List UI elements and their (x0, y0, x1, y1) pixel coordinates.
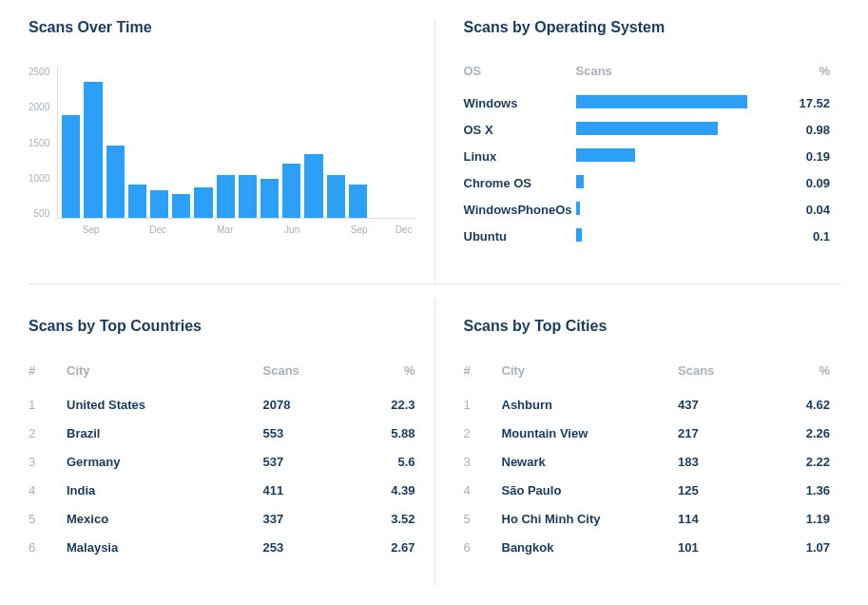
chart-bar (304, 154, 322, 218)
table-row: 2Brazil5535.88 (29, 419, 415, 447)
row-label: Malaysia (67, 540, 263, 555)
cities-table-header: # City Scans % (464, 356, 831, 384)
os-pct: 0.04 (773, 203, 830, 217)
os-name: OS X (464, 123, 576, 137)
os-name: WindowsPhoneOs (464, 203, 576, 217)
y-tick: 1000 (29, 173, 49, 184)
header-idx: # (29, 363, 67, 378)
os-name: Chrome OS (464, 176, 576, 190)
row-pct: 4.62 (763, 398, 830, 412)
os-row: WindowsPhoneOs0.04 (464, 196, 831, 223)
chart-bar (327, 175, 345, 218)
chart-bar (128, 185, 146, 218)
row-label: India (67, 483, 263, 498)
x-tick (303, 224, 326, 235)
os-bar (576, 202, 580, 215)
os-name: Linux (464, 149, 576, 164)
os-row: Linux0.19 (464, 143, 831, 169)
os-bar (576, 95, 748, 108)
os-bar-track (576, 148, 774, 164)
header-label: City (67, 363, 263, 378)
x-tick (102, 224, 125, 235)
row-label: United States (67, 398, 263, 412)
os-pct: 0.09 (773, 176, 830, 190)
os-bar-track (576, 122, 774, 137)
scans-over-time-title: Scans Over Time (29, 19, 415, 36)
x-tick (370, 224, 393, 235)
row-pct: 22.3 (349, 398, 415, 412)
row-scans: 183 (678, 455, 763, 469)
x-tick: Jun (280, 224, 303, 235)
table-row: 6Malaysia2532.67 (29, 533, 415, 561)
table-row: 5Mexico3373.52 (29, 504, 415, 533)
row-index: 4 (464, 483, 502, 498)
os-row: Windows17.52 (464, 89, 831, 116)
chart-bar (150, 190, 168, 218)
panel-scans-over-time: Scans Over Time 2500 2000 1500 1000 500 … (29, 19, 434, 283)
x-tick (191, 224, 214, 235)
header-idx: # (464, 363, 502, 378)
os-name: Ubuntu (464, 229, 576, 244)
row-index: 1 (464, 398, 502, 412)
row-scans: 553 (263, 426, 349, 440)
row-label: Newark (502, 455, 679, 469)
row-pct: 1.19 (763, 512, 830, 526)
row-label: Mexico (67, 512, 263, 526)
chart-x-axis: SepDecMarJunSepDec (57, 219, 415, 235)
x-tick (125, 224, 147, 235)
os-row: Ubuntu0.1 (464, 223, 831, 249)
os-bar-track (576, 95, 774, 110)
row-pct: 5.6 (349, 455, 415, 469)
os-bar-track (576, 228, 774, 244)
scans-over-time-chart: 2500 2000 1500 1000 500 SepDecMarJunSepD… (29, 57, 415, 247)
row-label: Germany (67, 455, 263, 469)
os-header-name: OS (464, 64, 576, 78)
row-index: 5 (29, 512, 67, 526)
row-pct: 2.26 (763, 426, 830, 440)
table-row: 4São Paulo1251.36 (464, 476, 831, 504)
table-row: 1United States207822.3 (29, 390, 415, 419)
chart-bar (349, 185, 367, 218)
os-pct: 0.19 (773, 149, 830, 164)
os-pct: 0.98 (773, 123, 830, 137)
x-tick: Sep (80, 224, 103, 235)
os-row: OS X0.98 (464, 116, 831, 143)
table-row: 3Newark1832.22 (464, 447, 831, 476)
row-index: 4 (29, 483, 67, 498)
os-bar (576, 228, 582, 242)
top-countries-title: Scans by Top Countries (29, 318, 415, 335)
scans-by-os-title: Scans by Operating System (464, 19, 831, 36)
chart-bar (239, 175, 257, 218)
row-pct: 5.88 (349, 426, 415, 440)
countries-table-header: # City Scans % (29, 356, 415, 384)
table-row: 2Mountain View2172.26 (464, 419, 831, 447)
row-scans: 253 (263, 540, 349, 555)
table-row: 6Bangkok1011.07 (464, 533, 831, 561)
y-tick: 2000 (29, 102, 49, 112)
header-pct: % (763, 363, 830, 378)
header-scans: Scans (263, 363, 349, 378)
row-index: 2 (29, 426, 67, 440)
header-scans: Scans (678, 363, 763, 378)
row-pct: 1.07 (763, 540, 830, 555)
chart-bar (194, 187, 212, 218)
row-scans: 114 (678, 512, 763, 526)
row-scans: 411 (263, 483, 349, 498)
chart-bar (282, 164, 300, 218)
x-tick (259, 224, 281, 235)
os-table-header: OS Scans % (464, 57, 831, 84)
x-tick: Sep (348, 224, 371, 235)
row-scans: 2078 (263, 398, 349, 412)
row-label: Ho Chi Minh City (502, 512, 679, 526)
row-pct: 1.36 (763, 483, 830, 498)
chart-y-axis: 2500 2000 1500 1000 500 (29, 67, 57, 219)
row-scans: 217 (678, 426, 763, 440)
row-scans: 537 (263, 455, 349, 469)
row-pct: 4.39 (349, 483, 415, 498)
row-index: 6 (29, 540, 67, 555)
x-tick (169, 224, 192, 235)
os-bar-track (576, 202, 774, 217)
row-label: Mountain View (502, 426, 679, 440)
row-index: 3 (464, 455, 502, 469)
row-scans: 101 (678, 540, 763, 555)
